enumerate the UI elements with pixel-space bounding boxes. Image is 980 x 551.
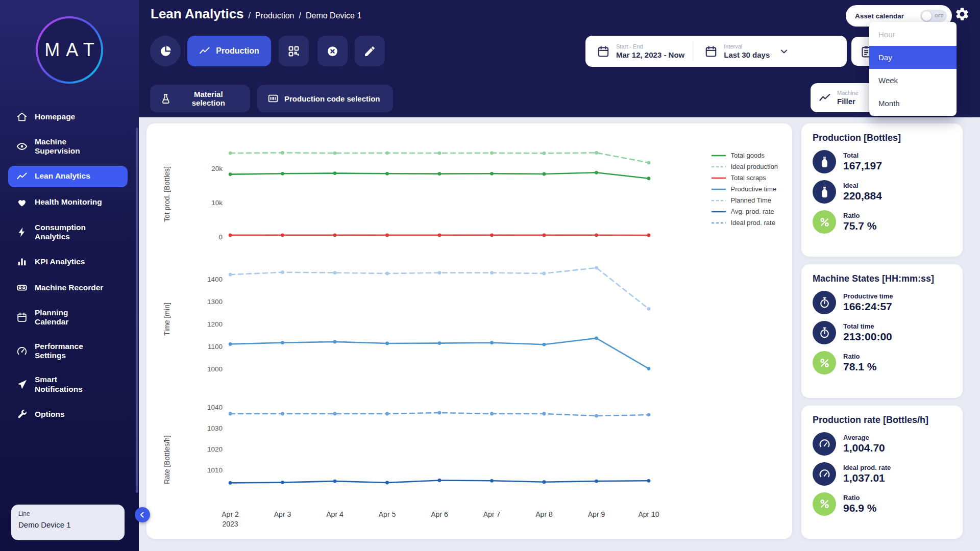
legend-label: Total scraps [730, 174, 766, 182]
bottle-icon [813, 180, 836, 204]
svg-text:Apr 3: Apr 3 [274, 510, 291, 518]
sidebar-item-machine-supervision[interactable]: Machine Supervision [8, 132, 128, 161]
settings-gear-icon[interactable] [954, 7, 970, 22]
breadcrumb-separator: / [299, 11, 301, 20]
svg-text:1030: 1030 [207, 424, 223, 432]
kpi-label: Total [843, 152, 882, 159]
percent-icon [813, 492, 836, 516]
sidebar-item-planning-calendar[interactable]: Planning Calendar [8, 303, 128, 332]
kpi-value: 78.1 % [843, 361, 876, 373]
send-icon [16, 379, 28, 390]
sidebar-item-homepage[interactable]: Homepage [8, 106, 128, 128]
edit-chart-icon [363, 45, 376, 58]
legend-label: Total goods [730, 152, 765, 159]
breadcrumb-item[interactable]: Demo Device 1 [306, 11, 361, 20]
kpi-card-machine-states-hh-mm-ss: Machine States [HH:mm:ss]Productive time… [801, 264, 963, 397]
legend-label: Ideal prod. rate [730, 219, 775, 227]
dropdown-option-hour[interactable]: Hour [869, 23, 957, 46]
sidebar-item-options[interactable]: Options [8, 404, 128, 425]
kpi-card-title: Machine States [HH:mm:ss] [813, 273, 951, 284]
toggle-state-label: OFF [935, 13, 944, 18]
kpi-row: Average1,004.70 [813, 432, 951, 456]
legend-item-total-scraps[interactable]: Total scraps [711, 174, 778, 182]
interval-field[interactable]: Interval Last 30 days [693, 43, 797, 59]
chevron-down-icon [779, 46, 789, 57]
speedometer-icon [813, 462, 836, 486]
edit-chart-button[interactable] [355, 36, 385, 66]
wrench-icon [16, 409, 28, 420]
dropdown-option-day[interactable]: Day [869, 46, 957, 69]
sidebar-item-machine-recorder[interactable]: Machine Recorder [8, 277, 128, 298]
home-icon [16, 111, 28, 122]
start-end-label: Start - End [616, 43, 684, 49]
clear-selection-button[interactable] [317, 36, 348, 66]
dropdown-option-week[interactable]: Week [869, 69, 957, 92]
svg-text:1200: 1200 [207, 320, 223, 328]
production-code-selection-button[interactable]: Production code selection [257, 85, 393, 112]
sidebar-item-smart-notifications[interactable]: Smart Notifications [8, 370, 128, 399]
gauge-icon [16, 345, 28, 357]
percent-icon [813, 351, 836, 374]
chevron-left-icon [138, 510, 147, 519]
kpi-row: Ratio96.9 % [813, 492, 951, 516]
svg-text:1000: 1000 [207, 365, 223, 373]
device-name: Demo Device 1 [18, 520, 117, 529]
legend-swatch [711, 154, 726, 157]
svg-text:Apr 10: Apr 10 [638, 510, 659, 518]
svg-text:Apr 6: Apr 6 [431, 510, 448, 518]
date-range-field[interactable]: Start - End Mar 12, 2023 - Now [585, 43, 693, 59]
brand-logo-inner: MAT [38, 18, 101, 82]
kpi-row: Productive time166:24:57 [813, 291, 951, 314]
sidebar-item-label: Performance Settings [35, 342, 83, 361]
material-selection-button[interactable]: Material selection [150, 85, 250, 112]
topbar: Lean Analytics /Production/Demo Device 1… [139, 0, 980, 117]
legend-item-ideal-production[interactable]: Ideal production [711, 163, 778, 170]
sidebar-item-consumption-analytics[interactable]: Consumption Analytics [8, 218, 128, 247]
svg-text:Apr 7: Apr 7 [483, 510, 501, 518]
sidebar-item-kpi-analytics[interactable]: KPI Analytics [8, 251, 128, 272]
kpi-value: 1,004.70 [843, 442, 885, 454]
legend-swatch [711, 221, 726, 224]
kpi-value: 1,037.01 [843, 472, 891, 484]
sidebar-scrollbar[interactable] [136, 128, 138, 493]
legend-item-planned-time[interactable]: Planned Time [711, 196, 778, 204]
legend-label: Ideal production [730, 163, 778, 170]
dropdown-option-month[interactable]: Month [869, 92, 957, 115]
legend-item-ideal-prod-rate[interactable]: Ideal prod. rate [711, 219, 778, 227]
start-end-value: Mar 12, 2023 - Now [616, 51, 684, 59]
sidebar-item-health-monitoring[interactable]: Health Monitoring [8, 192, 128, 213]
legend-item-total-goods[interactable]: Total goods [711, 152, 778, 159]
toggle-switch[interactable]: OFF [920, 10, 947, 22]
stopwatch-icon [813, 321, 836, 344]
sidebar-nav: HomepageMachine SupervisionLean Analytic… [0, 106, 139, 425]
pie-chart-view-button[interactable] [150, 36, 181, 66]
svg-text:0: 0 [218, 233, 223, 241]
machine-label: Machine [837, 90, 859, 96]
bottle-icon [813, 150, 836, 173]
main: Lean Analytics /Production/Demo Device 1… [139, 0, 980, 551]
sidebar-item-label: Consumption Analytics [35, 223, 86, 242]
circle-x-icon [326, 45, 339, 58]
kpi-card-production-rate-bottles-h: Production rate [Bottles/h]Average1,004.… [801, 406, 963, 539]
svg-text:1020: 1020 [207, 445, 223, 453]
kpi-value: 167,197 [843, 160, 882, 172]
material-selection-label: Material selection [177, 90, 240, 107]
svg-text:1040: 1040 [207, 404, 223, 411]
breadcrumb-item[interactable]: Production [255, 11, 295, 20]
production-tab-button[interactable]: Production [187, 36, 271, 66]
sidebar-item-performance-settings[interactable]: Performance Settings [8, 337, 128, 366]
kpi-label: Ideal prod. rate [843, 464, 891, 471]
chart-row: Rate [Bottles/h]1010102010301040Apr 2202… [160, 387, 782, 533]
page-title: Lean Analytics [151, 6, 244, 22]
sidebar-item-label: Smart Notifications [35, 375, 83, 394]
legend-swatch [711, 199, 726, 202]
grid-view-button[interactable] [279, 36, 309, 66]
sidebar-item-lean-analytics[interactable]: Lean Analytics [8, 166, 128, 187]
interval-dropdown: HourDayWeekMonth [869, 22, 957, 116]
legend-item-productive-time[interactable]: Productive time [711, 185, 778, 193]
legend-item-avg-prod-rate[interactable]: Avg. prod. rate [711, 208, 778, 215]
legend-label: Productive time [730, 185, 776, 193]
sidebar-collapse-button[interactable] [135, 507, 150, 522]
production-tab-label: Production [216, 46, 259, 56]
legend-label: Avg. prod. rate [730, 208, 774, 215]
